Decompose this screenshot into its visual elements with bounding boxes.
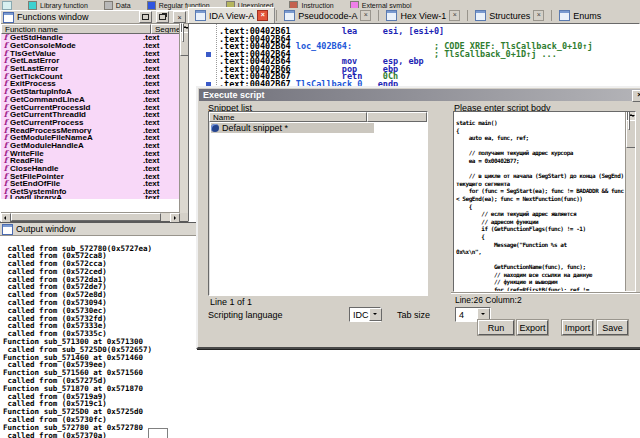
snippet-name-column[interactable]: Name	[209, 112, 367, 122]
structures-icon	[475, 10, 486, 21]
dialog-title: Execute script	[203, 90, 265, 100]
functions-vertical-scrollbar[interactable]	[179, 24, 188, 213]
enums-icon	[559, 10, 570, 21]
function-segment: .text	[143, 195, 159, 199]
execute-script-dialog: Execute script × Snippet list Name Defau…	[196, 86, 640, 349]
tab-hex-view-1[interactable]: Hex View-1×	[380, 8, 466, 23]
column-function-name[interactable]: Function name	[1, 24, 151, 34]
tab-pseudocode-a[interactable]: Pseudocode-A×	[278, 8, 377, 23]
tab-label: Structures	[489, 11, 530, 21]
pseudocode-icon	[284, 10, 295, 21]
function-list-header: Function name Segment	[1, 24, 180, 34]
legend-item: Data	[104, 1, 131, 10]
tab-label: IDA View-A	[209, 11, 254, 21]
snippet-selection: Default snippet *	[211, 123, 374, 133]
script-editor[interactable]: static main() { auto ea, func, ref; // п…	[453, 111, 636, 292]
export-button[interactable]: Export	[517, 320, 548, 335]
dialog-close-button[interactable]: ×	[632, 90, 640, 102]
disassembly-listing: .text:00402B61 lea esi, [esi+0].text:004…	[219, 28, 593, 88]
tab-separator	[467, 10, 468, 21]
function-segment: .text	[143, 42, 159, 49]
language-select[interactable]: IDC	[349, 307, 381, 322]
function-segment: .text	[143, 119, 159, 126]
scripting-language-label: Scripting language	[208, 310, 283, 320]
legend-label: Library function	[40, 2, 88, 9]
tab-close-icon[interactable]: ×	[449, 10, 460, 21]
hex-view-icon	[386, 10, 397, 21]
snippet-list-header: Name	[209, 112, 427, 122]
editor-status: Line:26 Column:2	[451, 292, 640, 307]
legend-label: Data	[116, 2, 131, 9]
function-segment: .text	[143, 165, 159, 172]
function-row[interactable]: fLoadLibraryA.text	[1, 195, 180, 199]
function-list: fGetStdHandle.textfGetConsoleMode.textfT…	[1, 34, 180, 213]
function-icon: f	[1, 188, 10, 195]
functions-window-icon	[3, 12, 14, 23]
tab-size-value: 4	[456, 310, 477, 320]
float-button[interactable]	[156, 11, 169, 23]
dialog-titlebar[interactable]: Execute script ×	[199, 89, 640, 101]
tab-label: Hex View-1	[400, 11, 446, 21]
tab-close-icon[interactable]: ×	[257, 10, 268, 21]
horizontal-scroll-thumb[interactable]	[11, 213, 161, 221]
snippet-row[interactable]: Default snippet *	[209, 122, 427, 133]
ida-view-icon	[195, 10, 206, 21]
snippet-status: Line 1 of 1	[210, 297, 252, 307]
tab-separator	[378, 10, 379, 21]
snippet-name: Default snippet *	[222, 123, 288, 133]
output-log: called from sub_572780(0x5727ea) called …	[3, 245, 152, 438]
tab-label: Enums	[573, 11, 601, 21]
functions-window-title: Functions window	[17, 12, 135, 22]
script-code[interactable]: static main() { auto ea, func, ref; // п…	[456, 119, 625, 292]
function-segment: .text	[143, 142, 159, 149]
snippet-list[interactable]: Name Default snippet *	[208, 111, 428, 296]
editor-scrollbar[interactable]	[625, 112, 635, 291]
function-name: CloseHandle	[10, 165, 58, 172]
save-button[interactable]: Save	[597, 320, 628, 335]
snippet-empty-column	[367, 112, 427, 122]
tab-close-icon[interactable]: ×	[360, 10, 371, 21]
output-window-icon	[2, 224, 13, 235]
tab-size-label: Tab size	[397, 310, 430, 320]
tab-enums[interactable]: Enums	[553, 8, 607, 23]
legend-swatch	[147, 1, 156, 10]
function-segment: .text	[143, 96, 159, 103]
tab-ida-view-a[interactable]: IDA View-A×	[188, 7, 275, 24]
gutter-marker	[206, 52, 211, 57]
function-name: GetConsoleMode	[10, 42, 76, 49]
function-name: GetModuleHandleA	[10, 142, 84, 149]
scroll-corner	[180, 213, 188, 221]
function-row[interactable]: fGetSystemInfo.text	[1, 188, 180, 196]
column-segment[interactable]: Segment	[151, 24, 180, 34]
chevron-down-icon[interactable]	[369, 308, 382, 321]
dock-button[interactable]	[139, 11, 152, 23]
snippet-icon	[211, 124, 219, 132]
legend-swatch	[104, 1, 113, 10]
editor-scroll-down-button[interactable]	[628, 111, 630, 130]
functions-window-titlebar: Functions window ×	[1, 11, 188, 24]
legend-item: Library function	[28, 1, 88, 10]
function-name: GetCurrentProcess	[10, 119, 83, 126]
command-input[interactable]	[148, 428, 168, 438]
function-name: LoadLibraryA	[10, 195, 62, 199]
close-panel-button[interactable]: ×	[173, 11, 186, 23]
tab-separator	[276, 10, 277, 21]
snippet-rows: Default snippet *	[209, 122, 427, 133]
functions-window: Functions window × Function name Segment…	[0, 10, 189, 222]
function-name: GetSystemInfo	[10, 188, 66, 195]
tab-close-icon[interactable]: ×	[533, 10, 544, 21]
legend-partial-swatch	[2, 1, 12, 10]
run-button[interactable]: Run	[478, 320, 514, 335]
tab-label: Pseudocode-A	[298, 11, 357, 21]
import-button[interactable]: Import	[562, 320, 593, 335]
functions-horizontal-scrollbar[interactable]	[1, 212, 180, 221]
tab-structures[interactable]: Structures×	[469, 8, 550, 23]
function-name: GetCommandLineA	[10, 96, 85, 103]
function-segment: .text	[143, 188, 159, 195]
language-value: IDC	[350, 310, 369, 320]
tab-separator	[551, 10, 552, 21]
view-tabs: IDA View-A×Pseudocode-A×Hex View-1×Struc…	[188, 8, 640, 23]
scroll-down-button[interactable]	[182, 23, 184, 42]
function-icon: f	[1, 195, 10, 199]
legend-swatch	[28, 1, 37, 10]
